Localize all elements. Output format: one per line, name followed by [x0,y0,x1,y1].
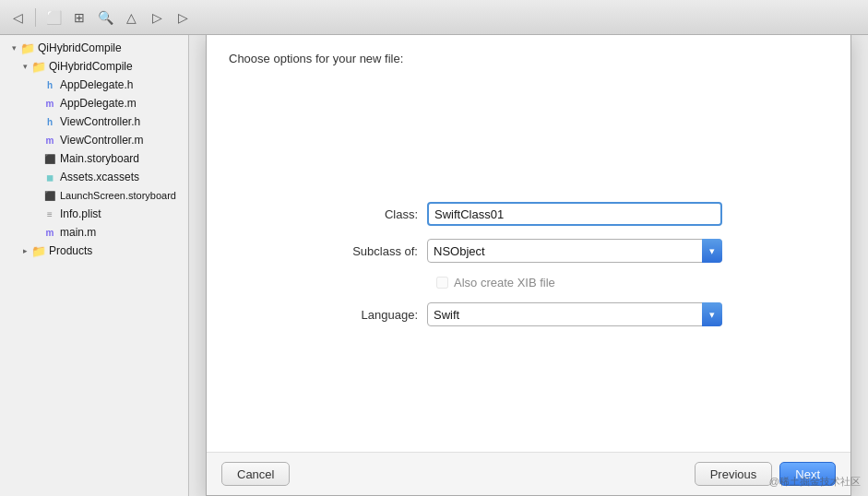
storyboard-file-icon-1: ⬛ [42,151,57,166]
dialog-footer: Cancel Previous Next [207,452,850,495]
language-label: Language: [335,308,427,322]
sidebar-item-label-viewcontroller-h: ViewController.h [60,115,140,128]
class-input[interactable] [427,202,722,226]
dialog-area: Choose options for your new file: Class:… [189,35,868,496]
subclass-select[interactable]: NSObject [427,239,722,263]
forward-icon[interactable]: ▷ [172,7,193,28]
toolbar: ◁ ⬜ ⊞ 🔍 △ ▷ ▷ [0,0,868,35]
sidebar-root[interactable]: 📁 QiHybridCompile [0,39,188,57]
sidebar-item-label-launchscreen: LaunchScreen.storyboard [60,190,176,201]
language-select-wrapper: Swift [427,302,722,326]
sidebar-item-label-products: Products [49,244,92,257]
sidebar-item-appdelegate-m[interactable]: m AppDelegate.m [0,94,188,112]
toolbar-separator-1 [35,8,36,27]
dialog: Choose options for your new file: Class:… [206,35,851,496]
sidebar-item-viewcontroller-h[interactable]: h ViewController.h [0,112,188,131]
class-label: Class: [335,207,427,221]
sidebar-item-main-m[interactable]: m main.m [0,223,188,242]
footer-right-buttons: Previous Next [695,462,836,486]
warning-icon[interactable]: △ [121,7,141,28]
sidebar-item-viewcontroller-m[interactable]: m ViewController.m [0,131,188,149]
sidebar-group-label: QiHybridCompile [49,60,133,73]
language-row: Language: Swift [335,302,722,326]
xib-checkbox-row: Also create XIB file [335,276,722,289]
file-icon[interactable]: ⬜ [43,7,64,28]
h-file-icon-2: h [42,114,57,129]
previous-button[interactable]: Previous [695,462,773,486]
h-file-icon-1: h [42,77,57,92]
sidebar-group[interactable]: 📁 QiHybridCompile [0,57,188,76]
subclass-label: Subclass of: [335,244,427,258]
plist-file-icon: ≡ [42,207,57,221]
sidebar-root-label: QiHybridCompile [38,41,122,54]
cancel-button[interactable]: Cancel [221,462,290,486]
sidebar-item-label-viewcontroller-m: ViewController.m [60,134,143,147]
sidebar-item-label-appdelegate-h: AppDelegate.h [60,78,133,91]
sidebar-item-appdelegate-h[interactable]: h AppDelegate.h [0,76,188,94]
sidebar-item-info-plist[interactable]: ≡ Info.plist [0,205,188,223]
group-folder-icon: 📁 [31,59,46,74]
root-folder-icon: 📁 [20,41,35,55]
storyboard-file-icon-2: ⬛ [42,188,57,203]
group-icon[interactable]: ⊞ [69,7,89,28]
main-area: 📁 QiHybridCompile 📁 QiHybridCompile h Ap… [0,35,868,496]
sidebar: 📁 QiHybridCompile 📁 QiHybridCompile h Ap… [0,35,189,496]
language-select[interactable]: Swift [427,302,722,326]
run-icon[interactable]: ▷ [147,7,167,28]
sidebar-item-label-main-storyboard: Main.storyboard [60,152,139,165]
products-folder-icon: 📁 [31,243,46,258]
sidebar-item-label-main-m: main.m [60,226,96,239]
search-icon[interactable]: 🔍 [95,7,115,28]
sidebar-item-launchscreen[interactable]: ⬛ LaunchScreen.storyboard [0,186,188,205]
form-area: Class: Subclass of: NSObject [335,202,722,326]
dialog-header: Choose options for your new file: [207,35,850,77]
assets-file-icon: ◼ [42,170,57,184]
dialog-title: Choose options for your new file: [229,52,403,65]
m-file-icon-2: m [42,133,57,148]
m-file-icon-3: m [42,225,57,240]
next-button[interactable]: Next [779,462,836,486]
sidebar-item-products[interactable]: 📁 Products [0,242,188,260]
xib-checkbox[interactable] [436,277,448,289]
disclosure-group [18,60,31,73]
disclosure-products [18,244,31,257]
sidebar-item-label-info-plist: Info.plist [60,207,101,220]
sidebar-item-label-assets: Assets.xcassets [60,171,139,183]
class-row: Class: [335,202,722,226]
sidebar-item-assets[interactable]: ◼ Assets.xcassets [0,168,188,186]
m-file-icon-1: m [42,96,57,111]
xib-checkbox-label: Also create XIB file [454,276,555,289]
disclosure-root [7,41,20,54]
back-icon[interactable]: ◁ [7,7,28,28]
sidebar-item-main-storyboard[interactable]: ⬛ Main.storyboard [0,149,188,168]
sidebar-item-label-appdelegate-m: AppDelegate.m [60,97,137,110]
dialog-body: Class: Subclass of: NSObject [207,77,850,452]
subclass-row: Subclass of: NSObject [335,239,722,263]
subclass-select-wrapper: NSObject [427,239,722,263]
